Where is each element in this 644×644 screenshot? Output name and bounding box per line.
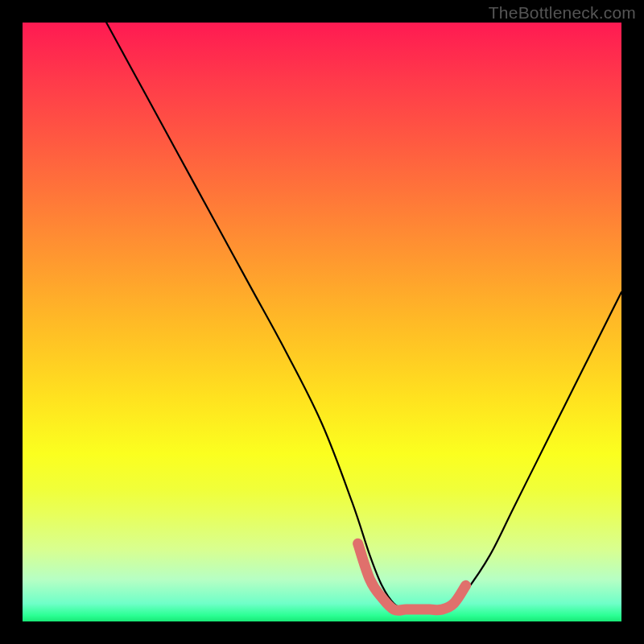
chart-svg: [23, 23, 621, 621]
watermark-text: TheBottleneck.com: [489, 3, 636, 23]
optimal-range-marker-path: [358, 543, 466, 610]
plot-area: [23, 23, 621, 621]
chart-frame: TheBottleneck.com: [0, 0, 644, 644]
bottleneck-curve-path: [106, 23, 621, 610]
